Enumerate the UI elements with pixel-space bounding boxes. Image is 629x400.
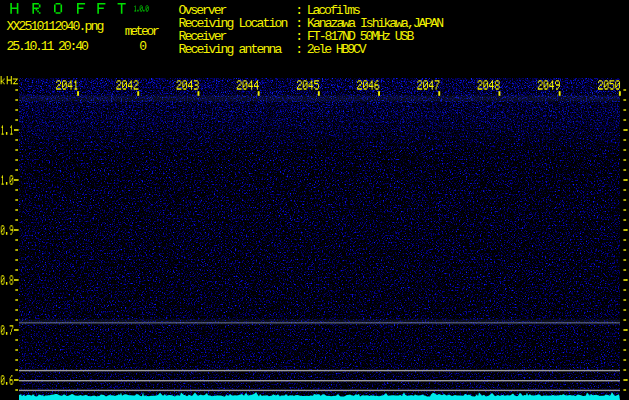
svg-text:0: 0	[139, 39, 147, 54]
svg-text:meteor: meteor	[125, 24, 160, 39]
svg-text:Receiving antenna: Receiving antenna	[179, 42, 283, 57]
svg-text:XX2510112040.png: XX2510112040.png	[6, 19, 104, 34]
svg-text:25.10.11 20:40: 25.10.11 20:40	[6, 39, 89, 54]
svg-text:: 2ele HB9CV: : 2ele HB9CV	[295, 42, 367, 57]
